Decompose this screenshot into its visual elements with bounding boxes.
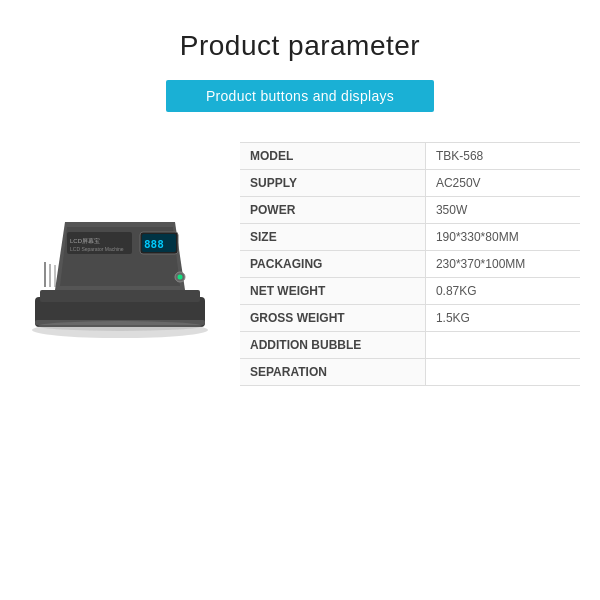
- table-row: POWER350W: [240, 197, 580, 224]
- table-row: ADDITION BUBBLE: [240, 332, 580, 359]
- content-area: 888 LCD屏幕宝 LCD Separator Machine: [20, 142, 580, 386]
- svg-rect-2: [40, 290, 200, 302]
- spec-value: [425, 359, 580, 386]
- table-row: SIZE190*330*80MM: [240, 224, 580, 251]
- table-row: SEPARATION: [240, 359, 580, 386]
- spec-label: SEPARATION: [240, 359, 425, 386]
- spec-value: 230*370*100MM: [425, 251, 580, 278]
- spec-label: ADDITION BUBBLE: [240, 332, 425, 359]
- svg-text:LCD Separator Machine: LCD Separator Machine: [70, 246, 124, 252]
- spec-value: 0.87KG: [425, 278, 580, 305]
- spec-value: 350W: [425, 197, 580, 224]
- spec-label: POWER: [240, 197, 425, 224]
- table-row: GROSS WEIGHT1.5KG: [240, 305, 580, 332]
- spec-label: GROSS WEIGHT: [240, 305, 425, 332]
- table-row: PACKAGING230*370*100MM: [240, 251, 580, 278]
- table-row: SUPPLYAC250V: [240, 170, 580, 197]
- spec-value: [425, 332, 580, 359]
- page-title: Product parameter: [180, 30, 420, 62]
- svg-point-17: [38, 321, 202, 331]
- spec-label: MODEL: [240, 143, 425, 170]
- table-row: NET WEIGHT0.87KG: [240, 278, 580, 305]
- spec-value: AC250V: [425, 170, 580, 197]
- spec-value: 1.5KG: [425, 305, 580, 332]
- spec-value: 190*330*80MM: [425, 224, 580, 251]
- svg-point-12: [178, 275, 183, 280]
- svg-text:LCD屏幕宝: LCD屏幕宝: [70, 237, 100, 244]
- page-container: Product parameter Product buttons and di…: [0, 0, 600, 600]
- product-image: 888 LCD屏幕宝 LCD Separator Machine: [20, 142, 220, 342]
- spec-value: TBK-568: [425, 143, 580, 170]
- spec-label: SUPPLY: [240, 170, 425, 197]
- specs-table: MODELTBK-568SUPPLYAC250VPOWER350WSIZE190…: [240, 142, 580, 386]
- spec-label: PACKAGING: [240, 251, 425, 278]
- spec-label: NET WEIGHT: [240, 278, 425, 305]
- table-row: MODELTBK-568: [240, 143, 580, 170]
- svg-text:888: 888: [144, 238, 164, 251]
- banner-label: Product buttons and displays: [166, 80, 434, 112]
- spec-label: SIZE: [240, 224, 425, 251]
